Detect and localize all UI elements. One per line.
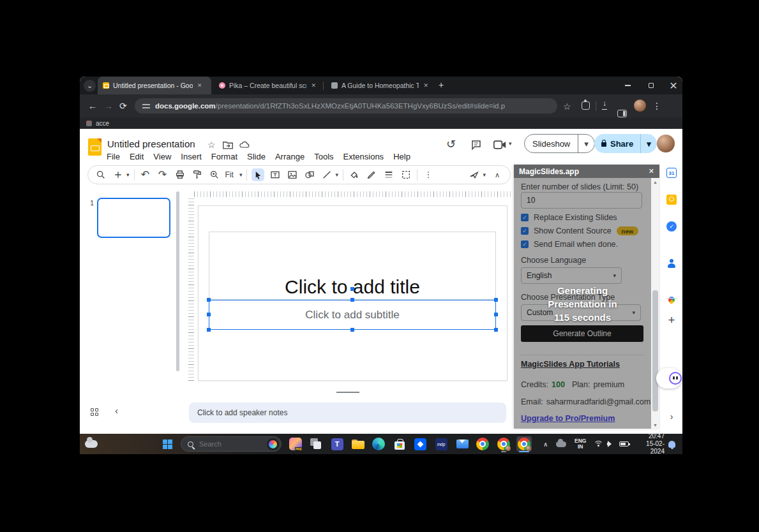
tab-pika[interactable]: Pika – Create beautiful screensh ✕ [214, 77, 321, 94]
extensions-icon[interactable] [582, 101, 590, 110]
selection-handle[interactable] [207, 328, 211, 332]
mail-icon[interactable] [455, 436, 470, 452]
move-folder-icon[interactable] [223, 141, 233, 149]
new-slide-icon[interactable] [112, 168, 124, 181]
cloud-saved-icon[interactable] [239, 141, 250, 149]
selection-handle[interactable] [494, 328, 498, 332]
menu-edit[interactable]: Edit [130, 152, 144, 161]
close-window-button[interactable]: ✕ [666, 77, 681, 94]
menu-view[interactable]: View [153, 152, 171, 161]
taskbar-search[interactable] [181, 436, 282, 452]
battery-tray-icon[interactable] [619, 434, 629, 454]
collapse-filmstrip-icon[interactable]: ‹ [115, 405, 118, 416]
start-button[interactable] [159, 434, 176, 454]
edge-icon[interactable] [371, 436, 386, 452]
document-title[interactable]: Untitled presentation [107, 138, 195, 149]
calendar-icon[interactable]: 31 [666, 168, 677, 178]
zoom-fit-caret[interactable]: ▾ [239, 172, 243, 178]
mdp-app-icon[interactable]: mdp [433, 436, 449, 452]
chrome-profile-icon[interactable] [496, 436, 511, 452]
insert-line-icon[interactable] [320, 168, 333, 181]
hide-side-panel-icon[interactable]: › [660, 411, 682, 422]
star-document-icon[interactable]: ☆ [207, 140, 216, 150]
new-tab-button[interactable]: + [439, 80, 444, 90]
print-icon[interactable] [174, 168, 186, 181]
selection-handle[interactable] [207, 313, 211, 316]
file-explorer-icon[interactable] [350, 436, 366, 452]
grid-view-icon[interactable] [91, 408, 98, 416]
bookmark-item[interactable]: acce [96, 120, 109, 127]
slideshow-caret[interactable]: ▾ [578, 135, 594, 152]
language-indicator[interactable]: ENGIN [575, 434, 586, 454]
copilot-icon[interactable] [267, 438, 279, 450]
panel-close-icon[interactable]: ✕ [649, 167, 654, 175]
selection-handle[interactable] [494, 313, 498, 316]
maximize-button[interactable] [643, 77, 659, 94]
panel-scrollbar[interactable]: ▲ ▼ [651, 178, 659, 429]
selection-handle[interactable] [350, 328, 354, 332]
meet-caret-icon[interactable]: ▾ [509, 140, 512, 147]
menu-format[interactable]: Format [211, 152, 237, 161]
browser-profile-avatar[interactable] [634, 100, 646, 112]
selection-handle[interactable] [350, 298, 354, 302]
comments-icon[interactable] [470, 139, 482, 151]
menu-tools[interactable]: Tools [314, 152, 333, 161]
search-menus-icon[interactable] [94, 168, 107, 181]
volume-tray-icon[interactable] [607, 434, 615, 454]
zoom-icon[interactable] [208, 168, 221, 181]
rotation-handle[interactable] [350, 287, 354, 291]
subtitle-placeholder[interactable]: Click to add subtitle [209, 300, 496, 330]
notes-resize-handle[interactable] [336, 392, 359, 393]
bookmark-star-icon[interactable]: ☆ [563, 100, 571, 113]
teams-icon[interactable]: T [329, 436, 345, 452]
laser-pointer-icon[interactable] [467, 168, 480, 181]
notifications-bell[interactable] [668, 434, 675, 454]
zoom-fit-label[interactable]: Fit [225, 170, 234, 179]
side-panel-icon[interactable] [617, 110, 627, 117]
menu-arrange[interactable]: Arrange [275, 152, 304, 161]
account-avatar[interactable] [657, 135, 675, 152]
microsoft-store-icon[interactable] [392, 436, 407, 452]
slideshow-button[interactable]: Slideshow [525, 135, 578, 152]
scroll-down-icon[interactable]: ▼ [651, 421, 659, 429]
premiere-app-icon[interactable]: PRE [288, 436, 303, 452]
site-info-icon[interactable] [142, 103, 150, 109]
tab-homeopathic-guide[interactable]: A Guide to Homeopathic Treatm ✕ [326, 77, 433, 94]
select-tool-icon[interactable] [252, 168, 264, 181]
share-button[interactable]: Share [594, 134, 640, 153]
redo-icon[interactable]: ↷ [156, 168, 169, 181]
slides-logo[interactable] [88, 138, 101, 156]
tasks-icon[interactable]: ✓ [666, 221, 677, 232]
close-tab-icon[interactable]: ✕ [197, 82, 202, 89]
refresh-button[interactable]: ⟳ [119, 100, 127, 112]
selection-handle[interactable] [494, 298, 498, 302]
scroll-up-icon[interactable]: ▲ [651, 178, 659, 186]
forward-button[interactable]: → [104, 100, 113, 112]
address-bar[interactable]: docs.google.com/presentation/d/1RfZTh3oS… [135, 98, 557, 114]
back-button[interactable]: ← [88, 100, 97, 112]
browser-menu-icon[interactable]: ⋮ [652, 100, 661, 112]
laser-caret[interactable]: ▾ [483, 172, 486, 178]
menu-file[interactable]: File [107, 152, 120, 161]
new-slide-caret[interactable]: ▾ [126, 172, 130, 178]
chrome-active-window-icon[interactable] [516, 436, 532, 452]
border-weight-icon[interactable] [382, 168, 395, 181]
wifi-tray-icon[interactable] [594, 434, 603, 454]
line-caret[interactable]: ▾ [335, 172, 338, 178]
magicslides-addon-icon[interactable] [669, 372, 682, 385]
selection-handle[interactable] [207, 298, 211, 302]
insert-shape-icon[interactable] [303, 168, 316, 181]
menu-extensions[interactable]: Extensions [343, 152, 384, 161]
menu-slide[interactable]: Slide [247, 152, 266, 161]
scrollbar-thumb[interactable] [652, 290, 658, 411]
meet-camera-icon[interactable] [493, 140, 506, 149]
keep-icon[interactable] [666, 195, 677, 205]
get-addons-icon[interactable]: + [660, 313, 682, 327]
menu-insert[interactable]: Insert [181, 152, 202, 161]
collapse-toolbar-icon[interactable]: ∧ [491, 168, 504, 181]
tab-untitled-presentation[interactable]: Untitled presentation - Google ✕ [98, 77, 211, 94]
border-dash-icon[interactable] [400, 168, 412, 181]
tray-expand-button[interactable]: ∧ [543, 434, 548, 454]
menu-help[interactable]: Help [393, 152, 410, 161]
chrome-icon[interactable] [475, 436, 490, 452]
